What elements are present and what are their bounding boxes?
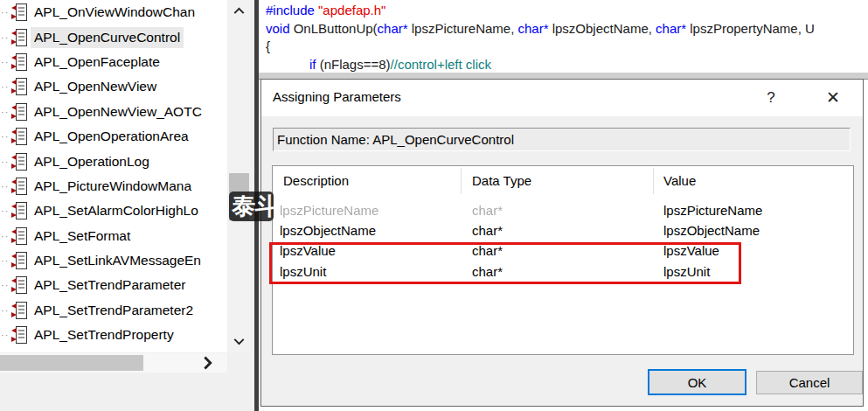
- function-list-item[interactable]: ··APL_SetTrendParameter: [0, 273, 227, 297]
- function-list-item-label-wrap[interactable]: APL_SetFormat: [31, 226, 134, 247]
- function-list-item-label: APL_OpenNewView_AOTC: [34, 104, 202, 120]
- tree-connector-dots: ··: [1, 32, 10, 43]
- code-line: {: [259, 38, 868, 56]
- function-list-item-label-wrap[interactable]: APL_OperationLog: [31, 151, 153, 172]
- column-header-description[interactable]: Description: [283, 173, 349, 188]
- code-editor[interactable]: #include "apdefap.h"void OnLButtonUp(cha…: [259, 0, 868, 80]
- function-list-item-label-wrap[interactable]: APL_OpenFaceplate: [31, 52, 163, 73]
- function-list-item-label: APL_OpenFaceplate: [34, 54, 160, 70]
- function-list-item-label-wrap[interactable]: APL_OpenNewView: [31, 76, 160, 97]
- tree-connector-dots: ··: [1, 157, 10, 167]
- table-cell: char*: [472, 243, 503, 258]
- table-cell: char*: [472, 223, 503, 238]
- table-cell: lpszValue: [663, 243, 719, 258]
- function-list-item[interactable]: ··APL_OperationLog: [0, 149, 227, 173]
- function-list-item-label-wrap[interactable]: APL_PictureWindowMana: [31, 176, 195, 197]
- c-action-script-icon: [10, 127, 28, 146]
- horizontal-scrollbar-thumb[interactable]: [0, 355, 143, 371]
- help-icon[interactable]: ?: [760, 87, 782, 109]
- function-list-item-label: APL_OpenNewView: [34, 79, 156, 94]
- function-list-item[interactable]: ··APL_SetTrendParameter2: [0, 298, 227, 323]
- table-row[interactable]: lpszPictureNamechar*lpszPictureName: [273, 201, 853, 221]
- tree-connector-dots: ··: [1, 57, 10, 67]
- function-list-item-label-wrap[interactable]: APL_SetAlarmColorHighLo: [31, 200, 202, 221]
- tree-connector-dots: ··: [1, 255, 10, 266]
- code-line: #include "apdefap.h": [259, 2, 868, 20]
- function-list-item-label-wrap[interactable]: APL_SetLinkAVMessageEn: [31, 250, 205, 271]
- function-list-item[interactable]: ··APL_OnViewWindowChan: [0, 0, 227, 24]
- vertical-scrollbar[interactable]: [227, 0, 251, 352]
- watermark-text: 泰斗: [232, 193, 274, 219]
- table-row[interactable]: lpszValuechar*lpszValue: [273, 241, 853, 261]
- c-action-script-icon: [10, 77, 28, 96]
- column-separator: [461, 168, 462, 194]
- table-cell: lpszValue: [280, 243, 336, 258]
- function-list-item-label-wrap[interactable]: APL_SetTrendProperty: [31, 324, 177, 345]
- column-header-data-type[interactable]: Data Type: [472, 173, 531, 188]
- c-action-script-icon: [10, 275, 28, 295]
- function-list-item[interactable]: ··APL_OpenFaceplate: [0, 50, 227, 74]
- ok-button[interactable]: OK: [648, 369, 746, 395]
- table-cell: lpszPictureName: [663, 203, 762, 218]
- column-separator: [653, 168, 654, 194]
- table-cell: lpszObjectName: [663, 223, 760, 238]
- tree-connector-dots: ··: [1, 305, 10, 316]
- function-list-item-label: APL_SetTrendParameter: [34, 277, 185, 293]
- function-list-item-label: APL_SetTrendProperty: [34, 327, 174, 343]
- c-action-script-icon: [10, 3, 28, 22]
- function-list-item[interactable]: ··APL_SetFormat: [0, 224, 227, 248]
- cancel-button[interactable]: Cancel: [756, 371, 863, 394]
- scroll-right-icon[interactable]: [198, 355, 217, 371]
- function-list-item[interactable]: ··APL_OpenCurveControl: [0, 24, 227, 49]
- function-list-item[interactable]: ··APL_SetLinkAVMessageEn: [0, 248, 227, 273]
- function-list-item[interactable]: ··APL_SetAlarmColorHighLo: [0, 199, 227, 223]
- function-list-item-label-wrap[interactable]: APL_OpenOperationArea: [31, 126, 192, 147]
- table-cell: lpszPictureName: [280, 203, 378, 218]
- function-name-field: Function Name: APL_OpenCurveControl: [273, 128, 851, 151]
- column-header-value[interactable]: Value: [663, 173, 696, 188]
- parameter-table[interactable]: Description Data Type Value lpszPictureN…: [272, 165, 854, 355]
- function-list-item-label-wrap[interactable]: APL_SetTrendParameter2: [31, 300, 197, 321]
- function-list-item[interactable]: ··APL_SetTrendProperty: [0, 323, 227, 347]
- table-row[interactable]: lpszObjectNamechar*lpszObjectName: [273, 221, 853, 241]
- function-list-item[interactable]: ··APL_OpenOperationArea: [0, 124, 227, 149]
- watermark-badge: 泰斗: [229, 192, 274, 221]
- function-list-item-label-wrap[interactable]: APL_OnViewWindowChan: [31, 2, 198, 23]
- function-list-item[interactable]: ··APL_PictureWindowMana: [0, 174, 227, 199]
- scroll-down-icon[interactable]: [227, 338, 251, 345]
- assigning-parameters-dialog: Assigning Parameters ? ✕ Function Name: …: [260, 79, 864, 407]
- function-list-item[interactable]: ··APL_OpenNewView: [0, 74, 227, 99]
- table-row[interactable]: lpszUnitchar*lpszUnit: [273, 262, 853, 282]
- tree-connector-dots: ··: [1, 7, 10, 17]
- function-list-item-label: APL_OpenOperationArea: [34, 129, 189, 144]
- horizontal-scrollbar[interactable]: [0, 353, 227, 373]
- c-action-script-icon: [10, 52, 28, 72]
- tree-connector-dots: ··: [1, 107, 10, 117]
- c-action-script-icon: [10, 301, 28, 320]
- function-list-item-label-wrap[interactable]: APL_SetTrendParameter: [31, 275, 189, 296]
- scroll-up-icon[interactable]: [227, 7, 251, 15]
- function-list-item-label: APL_SetAlarmColorHighLo: [34, 203, 198, 219]
- tree-connector-dots: ··: [1, 206, 10, 216]
- c-action-script-icon: [10, 201, 28, 220]
- close-icon[interactable]: ✕: [819, 84, 847, 110]
- function-list-panel: ··APL_OnViewWindowChan··APL_OpenCurveCon…: [0, 0, 254, 411]
- tree-connector-dots: ··: [1, 131, 10, 142]
- function-list-item-label-wrap[interactable]: APL_OpenCurveControl: [31, 27, 184, 48]
- table-cell: char*: [472, 264, 503, 279]
- c-action-script-icon: [10, 251, 28, 270]
- table-rows: lpszPictureNamechar*lpszPictureNamelpszO…: [273, 201, 853, 282]
- function-list-item-label-wrap[interactable]: APL_OpenNewView_AOTC: [31, 101, 205, 122]
- tree-connector-dots: ··: [1, 231, 10, 241]
- code-line: if (nFlags==8)//control+left click: [259, 56, 868, 74]
- c-action-script-icon: [10, 102, 28, 122]
- dialog-title: Assigning Parameters: [273, 89, 401, 104]
- table-cell: lpszObjectName: [280, 223, 376, 238]
- dialog-titlebar[interactable]: Assigning Parameters ? ✕: [261, 80, 863, 116]
- function-list-item-label: APL_SetTrendParameter2: [34, 303, 193, 318]
- function-list-item[interactable]: ··APL_OpenNewView_AOTC: [0, 100, 227, 124]
- function-list-item-label: APL_OnViewWindowChan: [34, 4, 195, 20]
- c-action-script-icon: [10, 152, 28, 171]
- tree-connector-dots: ··: [1, 280, 10, 290]
- table-cell: lpszUnit: [280, 264, 326, 279]
